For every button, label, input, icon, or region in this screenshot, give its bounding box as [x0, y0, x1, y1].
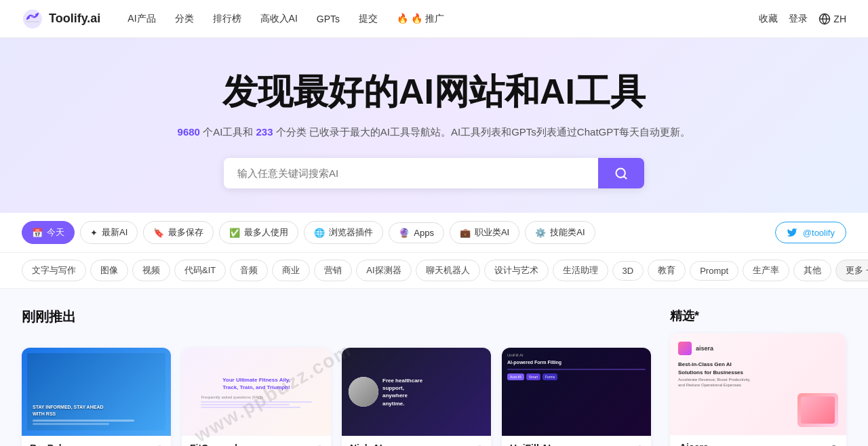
right-column: 精选* aisera Best-in-Class Gen AISolutions…: [670, 308, 846, 446]
main-nav: AI产品 分类 排行榜 高收入AI GPTs 提交 🔥 🔥 推广: [127, 13, 759, 25]
nav-rankings[interactable]: 排行榜: [213, 13, 241, 25]
card-niah-bottom: Niah AI ↗: [342, 436, 491, 446]
filter-most-used[interactable]: ✅ 最多人使用: [219, 221, 298, 244]
cat-marketing[interactable]: 营销: [314, 260, 352, 281]
external-link-icon-4: ↗: [635, 443, 643, 446]
cards-area: www.ppbuzz.com STAY INFORMED, STAY AHEAD…: [22, 348, 651, 446]
filter-most-saved[interactable]: 🔖 最多保存: [143, 221, 214, 244]
featured-title: 精选*: [670, 308, 846, 324]
cat-business[interactable]: 商业: [272, 260, 310, 281]
card-fitcomrade-bottom: FitComrade ↗: [182, 436, 331, 446]
external-link-icon-2: ↗: [315, 443, 323, 446]
external-link-icon-5: ↗: [829, 442, 837, 446]
card-rsspal-img: STAY INFORMED, STAY AHEADWITH RSS: [22, 348, 171, 436]
card-unifill[interactable]: UniFill AI AI-powered Form Filling Auto-…: [502, 348, 651, 446]
fire-icon: 🔥: [397, 13, 408, 24]
nav-high-income[interactable]: 高收入AI: [260, 13, 298, 25]
card-fitcomrade-img: Your Ultimate Fitness Ally,Track, Train,…: [182, 348, 331, 436]
tool-count: 9680: [178, 126, 200, 138]
filter-today[interactable]: 📅 今天: [22, 221, 75, 244]
external-link-icon-3: ↗: [475, 443, 483, 446]
twitter-link[interactable]: @toolify: [775, 222, 846, 243]
card-fitcomrade[interactable]: Your Ultimate Fitness Ally,Track, Train,…: [182, 348, 331, 446]
cards-grid: STAY INFORMED, STAY AHEADWITH RSS RssPal…: [22, 348, 651, 446]
bookmark-icon: 🔖: [153, 228, 164, 238]
logo-icon: [22, 8, 43, 30]
cat-detector[interactable]: AI探测器: [356, 260, 411, 281]
svg-point-2: [31, 15, 34, 18]
logo[interactable]: Toolify.ai: [22, 8, 100, 30]
cat-image[interactable]: 图像: [90, 260, 128, 281]
filter-skills[interactable]: ⚙️ 技能类AI: [525, 221, 595, 244]
hero-sub-mid: 个AI工具和: [203, 126, 256, 138]
cat-audio[interactable]: 音频: [230, 260, 268, 281]
card-unifill-name: UniFill AI: [510, 443, 551, 446]
card-rsspal-name: RssPal: [30, 443, 62, 446]
filter-professional[interactable]: 💼 职业类AI: [450, 221, 519, 244]
featured-card-img: aisera Best-in-Class Gen AISolutions for…: [670, 333, 846, 435]
briefcase-icon: 💼: [460, 228, 471, 238]
nav-submit[interactable]: 提交: [359, 13, 378, 25]
cat-count: 233: [256, 126, 273, 138]
gear-icon: ⚙️: [535, 228, 546, 238]
globe-icon: [818, 13, 831, 25]
new-tools-title: 刚刚推出: [22, 308, 76, 326]
cat-prompt[interactable]: Prompt: [690, 261, 738, 281]
language-selector[interactable]: ZH: [818, 13, 846, 25]
cat-productivity[interactable]: 生产率: [743, 260, 789, 281]
nav-promote[interactable]: 🔥 🔥 推广: [397, 13, 444, 25]
svg-point-3: [35, 14, 38, 16]
cat-other[interactable]: 其他: [793, 260, 831, 281]
chrome-icon: 🌐: [314, 228, 325, 238]
twitter-icon: [787, 227, 797, 238]
card-unifill-img: UniFill AI AI-powered Form Filling Auto-…: [502, 348, 651, 436]
cat-education[interactable]: 教育: [648, 260, 686, 281]
nav-gpts[interactable]: GPTs: [317, 14, 340, 24]
featured-card-aisera[interactable]: aisera Best-in-Class Gen AISolutions for…: [670, 333, 846, 446]
search-icon: [614, 167, 628, 180]
card-unifill-bottom: UniFill AI ↗: [502, 436, 651, 446]
lang-label: ZH: [833, 14, 846, 24]
left-column: 刚刚推出 www.ppbuzz.com STAY INFORMED, STAY …: [22, 308, 651, 446]
login-link[interactable]: 登录: [789, 13, 808, 25]
cat-more[interactable]: 更多 +: [835, 260, 868, 281]
nav-ai-products[interactable]: AI产品: [127, 13, 155, 25]
cat-chatbot[interactable]: 聊天机器人: [416, 260, 480, 281]
calendar-icon: 📅: [32, 228, 43, 238]
filter-bar: 📅 今天 ✦ 最新AI 🔖 最多保存 ✅ 最多人使用 🌐 浏览器插件 🔮 App…: [0, 213, 868, 253]
check-icon: ✅: [229, 228, 240, 238]
nav-categories[interactable]: 分类: [175, 13, 194, 25]
cat-video[interactable]: 视频: [132, 260, 170, 281]
featured-card-name: Aisera: [679, 442, 709, 446]
search-button[interactable]: [598, 158, 644, 188]
hero-sub-mid2: 个分类 已收录于最大的AI工具导航站。AI工具列表和GPTs列表通过ChatGP…: [276, 126, 691, 138]
cat-writing[interactable]: 文字与写作: [22, 260, 86, 281]
filter-apps[interactable]: 🔮 Apps: [389, 222, 444, 243]
search-input[interactable]: [224, 158, 598, 188]
star-icon: ✦: [90, 228, 98, 238]
cat-life[interactable]: 生活助理: [553, 260, 608, 281]
cat-3d[interactable]: 3D: [612, 261, 644, 281]
logo-text: Toolify.ai: [49, 12, 100, 26]
card-rsspal-bottom: RssPal ↗: [22, 436, 171, 446]
filter-latest[interactable]: ✦ 最新AI: [80, 221, 138, 244]
hero-section: 发现最好的AI网站和AI工具 9680 个AI工具和 233 个分类 已收录于最…: [0, 38, 868, 213]
main-content: 刚刚推出 www.ppbuzz.com STAY INFORMED, STAY …: [0, 289, 868, 446]
hero-title: 发现最好的AI网站和AI工具: [22, 70, 846, 113]
svg-point-0: [23, 9, 42, 28]
cat-design[interactable]: 设计与艺术: [484, 260, 549, 281]
twitter-handle: @toolify: [803, 228, 835, 238]
svg-point-1: [27, 16, 30, 19]
card-fitcomrade-name: FitComrade: [190, 443, 243, 446]
category-bar: 文字与写作 图像 视频 代码&IT 音频 商业 营销 AI探测器 聊天机器人 设…: [0, 253, 868, 289]
collect-link[interactable]: 收藏: [759, 13, 778, 25]
card-niah[interactable]: Free healthcaresupport,anywhereanytime. …: [342, 348, 491, 446]
apps-icon: 🔮: [399, 228, 410, 238]
external-link-icon: ↗: [155, 443, 163, 446]
featured-card-bottom: Aisera ↗: [670, 435, 846, 446]
filter-browser-ext[interactable]: 🌐 浏览器插件: [304, 221, 383, 244]
hero-subtitle: 9680 个AI工具和 233 个分类 已收录于最大的AI工具导航站。AI工具列…: [22, 126, 846, 139]
card-rsspal[interactable]: STAY INFORMED, STAY AHEADWITH RSS RssPal…: [22, 348, 171, 446]
cat-code[interactable]: 代码&IT: [174, 260, 226, 281]
search-bar: [224, 158, 644, 188]
